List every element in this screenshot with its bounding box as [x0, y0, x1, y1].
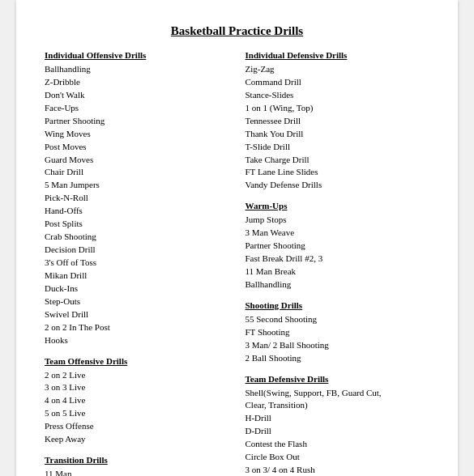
section-heading-2: Shooting Drills — [246, 300, 430, 312]
drill-item: Circle Box Out — [246, 451, 430, 464]
drill-item: Don't Walk — [45, 89, 229, 102]
drill-item: 55 Second Shooting — [246, 313, 430, 326]
drill-item: 11 Man — [45, 468, 229, 476]
section-heading-2: Transition Drills — [45, 454, 229, 467]
drill-item: Thank You Drill — [246, 128, 430, 141]
section-heading-0: Individual Offensive Drills — [45, 49, 229, 62]
drill-item: Swivel Drill — [45, 308, 229, 321]
drill-item: FT Shooting — [246, 326, 430, 339]
drill-item: Contest the Flash — [246, 438, 430, 451]
drill-item: Duck-Ins — [45, 283, 229, 295]
drill-item: Jump Stops — [246, 214, 430, 227]
drill-item: Press Offense — [45, 420, 229, 433]
page-container: Basketball Practice Drills Individual Of… — [16, 0, 458, 476]
drill-item: Post Splits — [45, 218, 229, 231]
drill-item: Take Charge Drill — [246, 154, 430, 167]
drill-item: Hooks — [45, 334, 229, 347]
drill-item: 2 Ball Shooting — [246, 352, 430, 365]
drill-item: 5 on 5 Live — [45, 407, 229, 420]
drill-item: Ballhandling — [246, 278, 430, 291]
drill-item: 3 Man/ 2 Ball Shooting — [246, 339, 430, 352]
drill-item: 3 on 3/ 4 on 4 Rush — [246, 464, 430, 476]
section-heading-1: Team Offensive Drills — [45, 355, 229, 368]
drill-item: 3 on 3 Live — [45, 381, 229, 394]
drill-item: Shell(Swing, Support, FB, Guard Cut, — [246, 387, 430, 400]
drill-item: Wing Moves — [45, 128, 229, 141]
drill-item: Zig-Zag — [246, 63, 430, 76]
drill-item: Clear, Transition) — [246, 399, 430, 412]
drill-item: 3's Off of Toss — [45, 257, 229, 270]
drill-item: Mikan Drill — [45, 270, 229, 283]
drill-item: FT Lane Line Slides — [246, 166, 430, 179]
drill-item: Stance-Slides — [246, 89, 430, 102]
content-columns: Individual Offensive DrillsBallhandlingZ… — [45, 49, 429, 476]
drill-item: Chair Drill — [45, 166, 229, 179]
right-column: Individual Defensive DrillsZig-ZagComman… — [246, 49, 430, 476]
drill-item: Guard Moves — [45, 154, 229, 167]
drill-item: 3 Man Weave — [246, 227, 430, 240]
drill-item: Face-Ups — [45, 102, 229, 115]
drill-item: Ballhandling — [45, 63, 229, 76]
drill-item: 1 on 1 (Wing, Top) — [246, 102, 430, 115]
drill-item: Fast Break Drill #2, 3 — [246, 253, 430, 266]
drill-item: Tennessee Drill — [246, 115, 430, 128]
section-heading-0: Individual Defensive Drills — [246, 49, 430, 62]
drill-item: Partner Shooting — [45, 115, 229, 128]
drill-item: 2 on 2 In The Post — [45, 321, 229, 334]
drill-item: Step-Outs — [45, 295, 229, 308]
drill-item: Vandy Defense Drills — [246, 179, 430, 192]
drill-item: 5 Man Jumpers — [45, 179, 229, 192]
drill-item: T-Slide Drill — [246, 141, 430, 154]
drill-item: Crab Shooting — [45, 231, 229, 244]
drill-item: Hand-Offs — [45, 205, 229, 218]
drill-item: Post Moves — [45, 141, 229, 154]
drill-item: Z-Dribble — [45, 76, 229, 89]
drill-item: Partner Shooting — [246, 240, 430, 253]
drill-item: D-Drill — [246, 425, 430, 438]
drill-item: Pick-N-Roll — [45, 192, 229, 205]
drill-item: 2 on 2 Live — [45, 369, 229, 382]
drill-item: Decision Drill — [45, 244, 229, 257]
section-heading-1: Warm-Ups — [246, 200, 430, 213]
section-heading-3: Team Defensive Drills — [246, 373, 430, 386]
drill-item: Command Drill — [246, 76, 430, 89]
left-column: Individual Offensive DrillsBallhandlingZ… — [45, 49, 229, 476]
page-title: Basketball Practice Drills — [45, 24, 429, 38]
drill-item: 11 Man Break — [246, 266, 430, 278]
drill-item: 4 on 4 Live — [45, 394, 229, 407]
drill-item: H-Drill — [246, 412, 430, 425]
drill-item: Keep Away — [45, 433, 229, 446]
